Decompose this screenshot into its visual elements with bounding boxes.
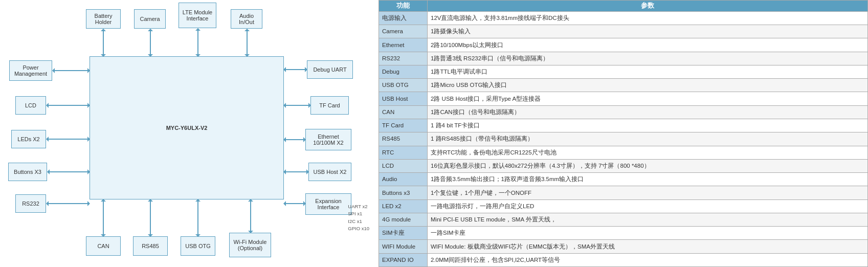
- table-row: Ethernet2路10/100Mbps以太网接口: [379, 38, 868, 52]
- feature-label: Debug: [379, 65, 428, 78]
- feature-value: 1路摄像头输入: [428, 25, 868, 38]
- buttons-block: Buttons X3: [8, 163, 47, 181]
- feature-value: 12V直流电源输入，支持3.81mm接线端子和DC接头: [428, 11, 868, 25]
- battery-block: BatteryHolder: [86, 9, 121, 29]
- feature-value: 1路CAN接口（信号和电源隔离）: [428, 105, 868, 119]
- rs232-arrow: [47, 203, 90, 204]
- table-row: Audio1路音频3.5mm输出接口；1路双声道音频3.5mm输入接口: [379, 173, 868, 186]
- feature-value: 1 路RS485接口（带信号和电源隔离）: [428, 132, 868, 146]
- feature-value: WIFI Module: 板载商业级WIFI芯片（EMMC版本无），SMA外置天…: [428, 240, 868, 253]
- lcd-block: LCD: [15, 96, 46, 115]
- feature-label: USB OTG: [379, 79, 428, 92]
- camera-block: Camera: [134, 9, 166, 29]
- buttons-arrow: [48, 171, 90, 172]
- ethernet-arrow: [284, 139, 305, 140]
- feature-label: EXPAND IO: [379, 253, 428, 266]
- feature-value: 1路音频3.5mm输出接口；1路双声道音频3.5mm输入接口: [428, 173, 868, 186]
- debug-uart-block: Debug UART: [307, 60, 353, 79]
- specs-table: 功能 参数 电源输入12V直流电源输入，支持3.81mm接线端子和DC接头Cam…: [379, 0, 868, 267]
- power-mgmt-block: PowerManagement: [9, 60, 52, 81]
- expansion-block: ExpansionInterface: [305, 193, 351, 215]
- table-row: RTC支持RTC功能，备份电池采用CR1225尺寸电池: [379, 146, 868, 159]
- center-chip: MYC-Y6ULX-V2: [90, 56, 284, 199]
- feature-value: 1路Micro USB OTG输入接口: [428, 79, 868, 92]
- can-arrow: [103, 199, 104, 236]
- table-row: Camera1路摄像头输入: [379, 25, 868, 38]
- usb-otg-arrow: [197, 199, 198, 236]
- feature-value: 1 路4 bit TF卡接口: [428, 119, 868, 132]
- audio-arrow: [247, 29, 248, 56]
- feature-label: WIFI Module: [379, 240, 428, 253]
- feature-label: 4G module: [379, 213, 428, 226]
- usb-host-arrow: [284, 171, 308, 172]
- lte-arrow: [197, 29, 198, 56]
- feature-value: 支持RTC功能，备份电池采用CR1225尺寸电池: [428, 146, 868, 159]
- feature-value: Mini PCI-E USB LTE module，SMA 外置天线，: [428, 213, 868, 226]
- serial-label: UART x2SPI x1I2C x1GPIO x10: [348, 204, 369, 231]
- feature-value: 1路普通3线 RS232串口（信号和电源隔离）: [428, 52, 868, 65]
- feature-value: 16位真彩色显示接口，默认480x272分辨率（4.3寸屏），支持 7寸屏（80…: [428, 159, 868, 172]
- can-block: CAN: [86, 236, 121, 256]
- table-row: SIM卡座一路SIM卡座: [379, 227, 868, 240]
- feature-value: 2路 USB Host接口，采用Type A型连接器: [428, 92, 868, 105]
- table-row: RS4851 路RS485接口（带信号和电源隔离）: [379, 132, 868, 146]
- table-row: LED x2一路电源指示灯，一路用户自定义LED: [379, 199, 868, 213]
- feature-label: USB Host: [379, 92, 428, 105]
- feature-label: Audio: [379, 173, 428, 186]
- rs485-block: RS485: [133, 236, 168, 256]
- lte-block: LTE ModuleInterface: [179, 3, 216, 28]
- feature-label: LED x2: [379, 199, 428, 213]
- audio-block: AudioIn/Out: [231, 9, 262, 29]
- feature-value: 一路SIM卡座: [428, 227, 868, 240]
- table-row: LCD16位真彩色显示接口，默认480x272分辨率（4.3寸屏），支持 7寸屏…: [379, 159, 868, 172]
- feature-label: SIM卡座: [379, 227, 428, 240]
- feature-label: TF Card: [379, 119, 428, 132]
- header-feature: 功能: [379, 1, 428, 12]
- feature-value: 1个复位键，1个用户键，一个ONOFF: [428, 186, 868, 199]
- expansion-arrow: [284, 203, 305, 204]
- table-row: EXPAND IO2.0MM间距排针公座，包含SPI,I2C,UART等信号: [379, 253, 868, 266]
- table-row: Buttons x31个复位键，1个用户键，一个ONOFF: [379, 186, 868, 199]
- ethernet-block: Ethernet10/100M X2: [305, 129, 351, 150]
- diagram-section: MYC-Y6ULX-V2 BatteryHolder Camera LTE Mo…: [0, 0, 379, 267]
- debug-uart-arrow: [284, 69, 307, 70]
- battery-arrow: [103, 29, 104, 56]
- table-row: Debug1路TTL电平调试串口: [379, 65, 868, 78]
- feature-value: 2路10/100Mbps以太网接口: [428, 38, 868, 52]
- table-row: USB OTG1路Micro USB OTG输入接口: [379, 79, 868, 92]
- feature-label: RS485: [379, 132, 428, 146]
- feature-value: 2.0MM间距排针公座，包含SPI,I2C,UART等信号: [428, 253, 868, 266]
- header-param: 参数: [428, 1, 868, 12]
- table-section: 功能 参数 电源输入12V直流电源输入，支持3.81mm接线端子和DC接头Cam…: [379, 0, 868, 267]
- feature-label: RTC: [379, 146, 428, 159]
- camera-arrow: [150, 29, 151, 56]
- usb-host-block: USB Host X2: [308, 163, 351, 181]
- leds-block: LEDs X2: [11, 130, 46, 148]
- leds-arrow: [47, 139, 90, 140]
- feature-label: RS232: [379, 52, 428, 65]
- usb-otg-block: USB OTG: [181, 236, 215, 256]
- table-row: WIFI ModuleWIFI Module: 板载商业级WIFI芯片（EMMC…: [379, 240, 868, 253]
- feature-label: CAN: [379, 105, 428, 119]
- table-row: TF Card1 路4 bit TF卡接口: [379, 119, 868, 132]
- table-row: 电源输入12V直流电源输入，支持3.81mm接线端子和DC接头: [379, 11, 868, 25]
- feature-label: LCD: [379, 159, 428, 172]
- rs485-arrow: [150, 199, 151, 236]
- feature-value: 1路TTL电平调试串口: [428, 65, 868, 78]
- feature-label: 电源输入: [379, 11, 428, 25]
- serial-list: UART x2SPI x1I2C x1GPIO x10: [348, 203, 369, 232]
- feature-label: Buttons x3: [379, 186, 428, 199]
- rs232-block: RS232: [15, 194, 46, 213]
- feature-label: Camera: [379, 25, 428, 38]
- power-arrow: [53, 70, 90, 71]
- table-row: CAN1路CAN接口（信号和电源隔离）: [379, 105, 868, 119]
- tf-card-block: TF Card: [310, 96, 349, 115]
- table-row: 4G moduleMini PCI-E USB LTE module，SMA 外…: [379, 213, 868, 226]
- wifi-arrow: [250, 199, 251, 233]
- wifi-block: Wi-Fi Module(Optional): [229, 233, 271, 257]
- feature-label: Ethernet: [379, 38, 428, 52]
- table-row: RS2321路普通3线 RS232串口（信号和电源隔离）: [379, 52, 868, 65]
- tf-card-arrow: [284, 105, 310, 106]
- table-row: USB Host2路 USB Host接口，采用Type A型连接器: [379, 92, 868, 105]
- chip-label: MYC-Y6ULX-V2: [166, 125, 208, 131]
